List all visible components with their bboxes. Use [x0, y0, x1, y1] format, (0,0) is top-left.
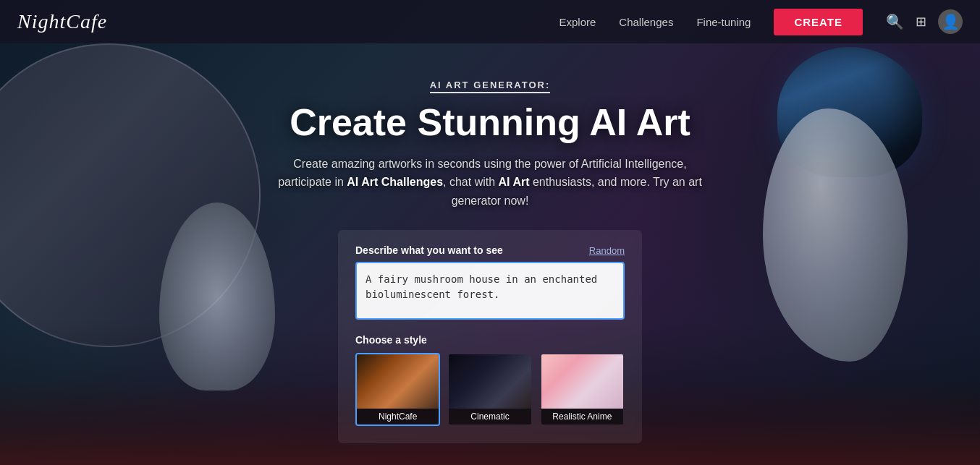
- style-thumb-cinematic: [449, 354, 531, 409]
- style-thumb-nightcafe: [357, 354, 439, 409]
- create-button[interactable]: CREATE: [774, 9, 863, 35]
- hero-content: AI ART GENERATOR: Create Stunning AI Art…: [0, 43, 980, 465]
- nav-fine-tuning[interactable]: Fine-tuning: [696, 16, 751, 28]
- form-label-row: Describe what you want to see Random: [355, 244, 625, 256]
- hero-subtitle: Create amazing artworks in seconds using…: [273, 155, 707, 210]
- user-avatar[interactable]: 👤: [938, 9, 963, 34]
- hero-subtitle-bold1: AI Art Challenges: [347, 176, 443, 188]
- prompt-textarea[interactable]: [355, 262, 625, 320]
- hero-title: Create Stunning AI Art: [290, 102, 690, 143]
- style-label-cinematic: Cinematic: [449, 409, 531, 425]
- style-label-nightcafe: NightCafe: [357, 409, 439, 425]
- describe-label: Describe what you want to see: [355, 244, 503, 256]
- hero-subtitle-bold2: AI Art: [499, 176, 530, 188]
- create-form-panel: Describe what you want to see Random Cho…: [338, 230, 642, 443]
- style-label-anime: Realistic Anime: [541, 409, 623, 425]
- nav-links: Explore Challenges Fine-tuning CREATE 🔍 …: [559, 9, 963, 35]
- hero-eyebrow: AI ART GENERATOR:: [430, 80, 551, 93]
- random-link[interactable]: Random: [589, 245, 625, 256]
- qr-button[interactable]: ⊞: [916, 14, 926, 30]
- user-icon: 👤: [942, 13, 960, 30]
- search-button[interactable]: 🔍: [886, 13, 904, 30]
- navbar: NightCafe Explore Challenges Fine-tuning…: [0, 0, 980, 43]
- style-options-row: NightCafe Cinematic Realistic Anime: [355, 353, 625, 426]
- nav-icon-group: 🔍 ⊞ 👤: [886, 9, 963, 34]
- nav-challenges[interactable]: Challenges: [619, 16, 673, 28]
- nav-explore[interactable]: Explore: [559, 16, 596, 28]
- search-icon: 🔍: [886, 13, 904, 30]
- style-thumb-anime: [541, 354, 623, 409]
- qr-icon: ⊞: [916, 14, 926, 30]
- style-card-anime[interactable]: Realistic Anime: [540, 353, 625, 426]
- style-card-nightcafe[interactable]: NightCafe: [355, 353, 440, 426]
- style-card-cinematic[interactable]: Cinematic: [447, 353, 532, 426]
- style-label: Choose a style: [355, 334, 625, 346]
- site-logo[interactable]: NightCafe: [17, 10, 107, 33]
